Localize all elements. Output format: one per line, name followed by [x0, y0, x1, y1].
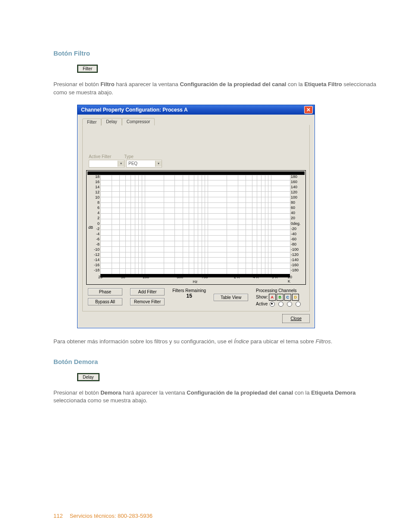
channel-c-toggle[interactable]: C	[284, 294, 291, 301]
chevron-down-icon: ▾	[155, 161, 162, 167]
active-label: Active	[256, 302, 268, 306]
text-bold: Configuración de la propiedad del canal	[180, 81, 286, 87]
delay-button-illustration: Delay	[77, 373, 100, 381]
table-view-button[interactable]: Table View	[214, 294, 248, 301]
remove-filter-button[interactable]: Remove Filter	[130, 298, 165, 305]
filters-remaining: Filters Remaining 15	[172, 288, 206, 299]
tab-filter[interactable]: Filter	[82, 118, 101, 126]
dialog-title: Channel Property Configuration: Process …	[81, 107, 188, 113]
para-filtro: Presionar el botón Filtro hará aparecer …	[53, 81, 381, 97]
channel-property-dialog: Channel Property Configuration: Process …	[77, 105, 315, 328]
channel-a-toggle[interactable]: A	[269, 294, 276, 301]
text-italic: Índice	[234, 338, 249, 345]
text-italic: Filtros	[315, 338, 330, 345]
page-number: 112	[53, 513, 63, 519]
para-after-dialog: Para obtener más información sobre los f…	[53, 338, 381, 346]
active-filter-label: Active Filter	[89, 154, 111, 159]
text: Presionar el botón	[53, 389, 100, 396]
active-radio-c[interactable]	[287, 302, 292, 307]
plot-area[interactable]	[100, 175, 290, 274]
active-radio-a[interactable]	[270, 302, 275, 307]
text: con la	[293, 389, 311, 396]
text: .	[331, 338, 333, 345]
processing-channels-title: Processing Channels	[256, 288, 302, 293]
phase-button[interactable]: Phase	[88, 288, 122, 296]
text: hará aparecer la ventana	[115, 81, 180, 87]
processing-channels: Processing Channels Show: A B C D Active	[256, 288, 302, 307]
close-icon[interactable]: ✕	[304, 106, 313, 114]
tab-delay[interactable]: Delay	[101, 118, 122, 125]
text-bold: Filtro	[100, 81, 115, 87]
text-bold: Etiqueta Demora	[311, 389, 355, 396]
bypass-all-button[interactable]: Bypass All	[88, 298, 122, 305]
text-bold: Etiqueta Filtro	[304, 81, 342, 87]
dialog-titlebar[interactable]: Channel Property Configuration: Process …	[78, 105, 314, 115]
type-label: Type	[124, 154, 134, 159]
show-label: Show:	[256, 295, 268, 299]
eq-chart: dB 181614121086420-2-4-6-8-10-12-14-16-1…	[86, 170, 306, 285]
filter-button-illustration: Filter	[77, 65, 98, 73]
type-dropdown[interactable]: PEQ ▾	[126, 160, 162, 168]
active-radio-d[interactable]	[296, 302, 301, 307]
text-bold: Demora	[100, 389, 121, 396]
x-axis-label: Hz	[193, 280, 198, 284]
chevron-down-icon: ▾	[118, 161, 124, 167]
channel-b-toggle[interactable]: B	[277, 294, 283, 301]
filter-button-label: Filter	[78, 65, 97, 72]
section-heading-demora: Botón Demora	[53, 358, 381, 365]
text: Para obtener más información sobre los f…	[53, 338, 234, 345]
para-demora: Presionar el botón Demora hará aparecer …	[53, 389, 381, 405]
filters-remaining-label: Filters Remaining	[172, 288, 206, 293]
text: para ubicar el tema sobre	[249, 338, 316, 345]
delay-button-label: Delay	[78, 374, 99, 380]
section-heading-filtro: Botón Filtro	[53, 50, 381, 57]
text: Presionar el botón	[53, 81, 100, 87]
page-footer: 112Servicios técnicos: 800-283-5936	[53, 513, 153, 519]
text: seleccionada como se muestra abajo.	[53, 397, 147, 404]
channel-d-toggle[interactable]: D	[292, 294, 299, 301]
text: con la	[286, 81, 304, 87]
add-filter-button[interactable]: Add Filter	[130, 288, 165, 296]
filters-remaining-value: 15	[172, 293, 206, 299]
text: hará aparecer la ventana	[121, 389, 187, 396]
close-button[interactable]: Close	[282, 314, 310, 323]
filter-panel: Active Filter Type ▾ PEQ ▾	[82, 125, 310, 311]
y-axis-left-ticks: 181614121086420-2-4-6-8-10-12-14-16-18	[87, 174, 100, 274]
tab-compressor[interactable]: Compressor	[122, 118, 155, 125]
text-bold: Configuración de la propiedad del canal	[187, 389, 293, 396]
active-radio-b[interactable]	[278, 302, 283, 307]
type-value: PEQ	[127, 161, 155, 166]
y-axis-right-ticks: 180160140120100806040200deg.-20-40-60-80…	[291, 174, 305, 274]
active-filter-dropdown[interactable]: ▾	[89, 160, 125, 168]
footer-text: Servicios técnicos: 800-283-5936	[70, 513, 153, 519]
